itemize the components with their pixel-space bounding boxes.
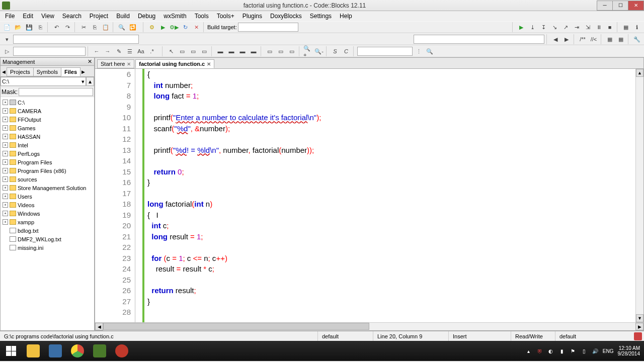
- scroll-left-icon[interactable]: ◀: [95, 323, 103, 330]
- up-folder-icon[interactable]: ▴: [86, 77, 94, 86]
- tree-item[interactable]: +FFOutput: [2, 115, 93, 124]
- vertical-scrollbar[interactable]: ▲ ▼: [635, 69, 643, 322]
- tree-item[interactable]: +Games: [2, 124, 93, 132]
- copy-icon[interactable]: ⎘: [90, 22, 100, 32]
- jump-back-icon[interactable]: ◀: [550, 34, 560, 44]
- tray-volume-icon[interactable]: 🔊: [592, 347, 599, 354]
- expander-icon[interactable]: +: [3, 176, 8, 182]
- undo-icon[interactable]: ↶: [51, 22, 61, 32]
- menu-debug[interactable]: Debug: [134, 12, 159, 21]
- tree-item[interactable]: bdlog.txt: [2, 226, 93, 235]
- close-tab-icon[interactable]: ✕: [207, 61, 211, 67]
- expander-icon[interactable]: +: [3, 108, 8, 114]
- scope-combo[interactable]: [13, 35, 139, 44]
- symbol-combo[interactable]: [414, 35, 544, 44]
- block-3-icon[interactable]: ▭: [199, 46, 209, 56]
- nav-fwd-icon[interactable]: →: [103, 46, 113, 56]
- scroll-up-icon[interactable]: ▲: [636, 69, 643, 77]
- close-icon[interactable]: ✕: [88, 58, 92, 65]
- expander-icon[interactable]: +: [3, 211, 8, 216]
- start-button[interactable]: [0, 341, 22, 361]
- menu-settings[interactable]: Settings: [306, 12, 336, 21]
- doxy-config-icon[interactable]: 🔧: [632, 34, 642, 44]
- doctab[interactable]: factorial using function.c✕: [135, 59, 214, 68]
- debug-windows-icon[interactable]: ▦: [621, 22, 631, 32]
- tree-item[interactable]: +Videos: [2, 201, 93, 209]
- select-icon[interactable]: ☰: [125, 46, 135, 56]
- explorer-task-icon[interactable]: [22, 341, 44, 361]
- block-10-icon[interactable]: ▭: [287, 46, 297, 56]
- tab-files[interactable]: Files: [61, 67, 80, 76]
- tree-item[interactable]: +C:\: [2, 98, 93, 107]
- virtualbox-task-icon[interactable]: [44, 341, 66, 361]
- dropdown-icon[interactable]: ▾: [2, 34, 12, 44]
- menu-build[interactable]: Build: [112, 12, 134, 21]
- block-8-icon[interactable]: ▭: [265, 46, 275, 56]
- debug-run-icon[interactable]: ▶: [516, 22, 526, 32]
- tree-item[interactable]: +PerfLogs: [2, 149, 93, 158]
- expander-icon[interactable]: +: [3, 100, 8, 105]
- expander-icon[interactable]: +: [3, 159, 8, 165]
- next-line-icon[interactable]: ↧: [538, 22, 548, 32]
- maximize-button[interactable]: ☐: [612, 1, 628, 11]
- codeblocks-task-icon[interactable]: [89, 341, 111, 361]
- tree-item[interactable]: +Store Management Solution: [2, 184, 93, 192]
- expander-icon[interactable]: +: [3, 117, 8, 122]
- search-combo[interactable]: [357, 47, 413, 56]
- menu-wxsmith[interactable]: wxSmith: [159, 12, 190, 21]
- cut-icon[interactable]: ✂: [78, 22, 89, 32]
- search-icon[interactable]: 🔍: [425, 46, 435, 56]
- menu-view[interactable]: View: [37, 12, 58, 21]
- menu-tools[interactable]: Tools: [191, 12, 213, 21]
- block-6-icon[interactable]: ▬: [237, 46, 248, 56]
- next-instr-icon[interactable]: ⇥: [572, 22, 582, 32]
- tree-item[interactable]: missing.ini: [2, 243, 93, 252]
- menu-search[interactable]: Search: [58, 12, 86, 21]
- build-icon[interactable]: ⚙: [147, 22, 157, 32]
- scroll-right-icon[interactable]: ▶: [635, 323, 643, 330]
- open-file-icon[interactable]: 📂: [13, 22, 23, 32]
- expander-icon[interactable]: +: [3, 168, 8, 173]
- doxy-line-icon[interactable]: //<: [589, 34, 599, 44]
- tree-item[interactable]: +HASSAN: [2, 132, 93, 141]
- tree-item[interactable]: +Windows: [2, 209, 93, 218]
- tray-lang[interactable]: ENG: [603, 348, 614, 354]
- file-tree[interactable]: +C:\+CAMERA+FFOutput+Games+HASSAN+Intel+…: [1, 97, 94, 330]
- tray-clock[interactable]: 12:10 AM 9/28/2014: [618, 345, 640, 356]
- pointer-icon[interactable]: ↖: [166, 46, 176, 56]
- minimize-button[interactable]: ─: [597, 1, 613, 11]
- run-icon[interactable]: ▶: [158, 22, 168, 32]
- menu-help[interactable]: Help: [336, 12, 356, 21]
- redo-icon[interactable]: ↷: [62, 22, 72, 32]
- tray-battery-icon[interactable]: ▮: [558, 347, 566, 354]
- chrome-task-icon[interactable]: [66, 341, 89, 361]
- menu-edit[interactable]: Edit: [19, 12, 37, 21]
- nav-back-icon[interactable]: ←: [92, 46, 102, 56]
- close-tab-icon[interactable]: ✕: [127, 61, 131, 67]
- options-icon[interactable]: ⋮: [414, 46, 424, 56]
- horizontal-scrollbar[interactable]: ◀ ▶: [95, 322, 643, 330]
- script-combo[interactable]: [13, 47, 86, 56]
- block-4-icon[interactable]: ▬: [215, 46, 225, 56]
- run-to-cursor-icon[interactable]: ⤓: [527, 22, 537, 32]
- doxy-html-icon[interactable]: ▦: [616, 34, 626, 44]
- tree-item[interactable]: DMF2_WKLog.txt: [2, 235, 93, 243]
- expander-icon[interactable]: +: [3, 219, 8, 225]
- tree-item[interactable]: +sources: [2, 175, 93, 184]
- mask-combo[interactable]: [19, 88, 93, 96]
- scroll-right-icon[interactable]: ▶: [80, 67, 86, 76]
- expander-icon[interactable]: +: [3, 142, 8, 148]
- tab-symbols[interactable]: Symbols: [33, 67, 61, 76]
- block-9-icon[interactable]: ▭: [276, 46, 286, 56]
- block-2-icon[interactable]: ▭: [188, 46, 198, 56]
- info-icon[interactable]: ℹ: [632, 22, 642, 32]
- build-run-icon[interactable]: ⚙▶: [169, 22, 179, 32]
- step-out-icon[interactable]: ↗: [560, 22, 571, 32]
- menu-plugins[interactable]: Plugins: [238, 12, 266, 21]
- tree-item[interactable]: +Program Files: [2, 158, 93, 166]
- expander-icon[interactable]: +: [3, 202, 8, 208]
- tree-item[interactable]: +Users: [2, 192, 93, 201]
- save-all-icon[interactable]: ⎘: [35, 22, 45, 32]
- block-1-icon[interactable]: ▭: [177, 46, 187, 56]
- tree-item[interactable]: +Program Files (x86): [2, 166, 93, 175]
